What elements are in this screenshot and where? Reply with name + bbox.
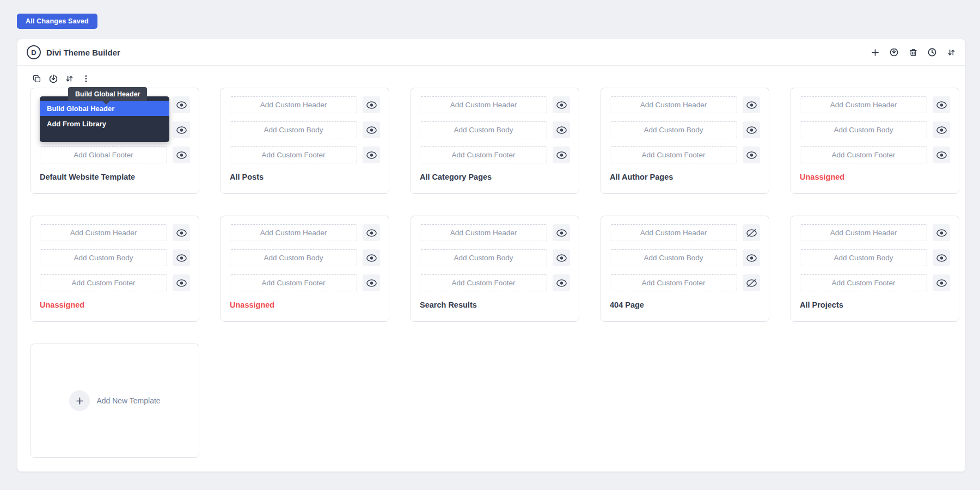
- visibility-toggle-button[interactable]: [933, 121, 950, 138]
- header-actions: [870, 47, 956, 57]
- sort-icon: [947, 48, 956, 57]
- add-header-button[interactable]: Add Custom Header: [610, 96, 737, 113]
- visibility-toggle-button[interactable]: [363, 274, 380, 291]
- add-body-button[interactable]: Add Custom Body: [800, 121, 927, 138]
- visibility-toggle-button[interactable]: [363, 146, 380, 163]
- add-body-button[interactable]: Add Custom Body: [800, 249, 927, 266]
- add-footer-button[interactable]: Add Custom Footer: [420, 274, 547, 291]
- visibility-toggle-button[interactable]: [743, 121, 760, 138]
- template-row-body: Add Custom Body: [40, 249, 190, 266]
- template-card-rows: Add Custom HeaderAdd Custom BodyAdd Cust…: [610, 96, 760, 163]
- template-row-body: Add Custom Body: [230, 249, 380, 266]
- visibility-toggle-button[interactable]: [743, 96, 760, 113]
- duplicate-icon: [32, 74, 41, 83]
- template-row-footer: Add Custom Footer: [610, 146, 760, 163]
- visibility-toggle-button[interactable]: [553, 96, 570, 113]
- add-body-button[interactable]: Add Custom Body: [610, 249, 737, 266]
- visibility-toggle-button[interactable]: [933, 274, 950, 291]
- history-button[interactable]: [927, 47, 937, 57]
- visibility-toggle-button[interactable]: [363, 224, 380, 241]
- visibility-toggle-button[interactable]: [553, 274, 570, 291]
- visibility-toggle-button[interactable]: [933, 96, 950, 113]
- portability-icon: [889, 47, 899, 57]
- template-card-rows: Add Custom HeaderAdd Custom BodyAdd Cust…: [40, 224, 190, 291]
- add-header-button[interactable]: Add Custom Header: [610, 224, 737, 241]
- add-header-button[interactable]: Add Custom Header: [800, 224, 927, 241]
- visibility-toggle-button[interactable]: [743, 224, 760, 241]
- visibility-toggle-button[interactable]: [553, 146, 570, 163]
- add-body-button[interactable]: Add Custom Body: [420, 249, 547, 266]
- template-row-footer: Add Custom Footer: [40, 274, 190, 291]
- add-footer-button[interactable]: Add Custom Footer: [230, 274, 357, 291]
- visibility-toggle-button[interactable]: [933, 146, 950, 163]
- portability-button[interactable]: [889, 47, 899, 57]
- add-header-button[interactable]: Add Custom Header: [800, 96, 927, 113]
- eye-icon: [366, 279, 377, 287]
- template-title: Search Results: [420, 301, 570, 309]
- eye-icon: [176, 254, 187, 262]
- delete-button[interactable]: [908, 47, 918, 57]
- more-options-button[interactable]: [81, 74, 90, 83]
- add-footer-button[interactable]: Add Global Footer: [40, 146, 167, 163]
- template-card: Add Custom HeaderAdd Custom BodyAdd Cust…: [30, 216, 199, 322]
- visibility-toggle-button[interactable]: [173, 146, 190, 163]
- eye-icon: [176, 151, 187, 160]
- visibility-toggle-button[interactable]: [933, 224, 950, 241]
- visibility-toggle-button[interactable]: [173, 121, 190, 138]
- template-card: Add Custom HeaderAdd Custom BodyAdd Cust…: [601, 88, 769, 194]
- add-header-button[interactable]: Add Custom Header: [40, 224, 167, 241]
- visibility-toggle-button[interactable]: [173, 224, 190, 241]
- visibility-toggle-button[interactable]: [553, 249, 570, 266]
- template-card: Add Custom HeaderAdd Custom BodyAdd Cust…: [601, 216, 769, 322]
- template-title: 404 Page: [610, 301, 760, 309]
- visibility-toggle-button[interactable]: [933, 249, 950, 266]
- add-body-button[interactable]: Add Custom Body: [420, 121, 547, 138]
- sort-button[interactable]: [946, 47, 956, 57]
- add-footer-button[interactable]: Add Custom Footer: [610, 146, 737, 163]
- add-footer-button[interactable]: Add Custom Footer: [610, 274, 737, 291]
- eye-icon: [556, 254, 567, 262]
- duplicate-button[interactable]: [32, 74, 41, 83]
- template-row-header: Add Custom Header: [610, 224, 760, 241]
- add-body-button[interactable]: Add Custom Body: [230, 249, 357, 266]
- eye-icon: [176, 126, 187, 134]
- visibility-toggle-button[interactable]: [553, 224, 570, 241]
- add-header-button[interactable]: Add Custom Header: [420, 224, 547, 241]
- add-new-template-card[interactable]: Add New Template: [30, 344, 199, 458]
- eye-icon: [176, 101, 187, 109]
- template-row-header: Add Custom Header: [420, 96, 570, 113]
- add-footer-button[interactable]: Add Custom Footer: [40, 274, 167, 291]
- history-icon: [927, 47, 937, 57]
- new-template-button[interactable]: [870, 47, 880, 57]
- eye-icon: [746, 151, 757, 160]
- add-footer-button[interactable]: Add Custom Footer: [800, 274, 927, 291]
- sort-button[interactable]: [65, 74, 74, 83]
- add-header-button[interactable]: Add Custom Header: [230, 96, 357, 113]
- eye-icon: [936, 151, 947, 160]
- add-from-library-menu-item[interactable]: Add From Library: [40, 116, 169, 131]
- visibility-toggle-button[interactable]: [173, 249, 190, 266]
- visibility-toggle-button[interactable]: [173, 96, 190, 113]
- add-header-button[interactable]: Add Custom Header: [420, 96, 547, 113]
- template-row-header: Add Custom Header: [230, 224, 380, 241]
- visibility-toggle-button[interactable]: [363, 121, 380, 138]
- visibility-toggle-button[interactable]: [363, 249, 380, 266]
- visibility-toggle-button[interactable]: [743, 146, 760, 163]
- eye-icon: [176, 279, 187, 287]
- portability-button[interactable]: [48, 74, 58, 83]
- divi-logo: D: [27, 45, 41, 59]
- add-footer-button[interactable]: Add Custom Footer: [420, 146, 547, 163]
- add-body-button[interactable]: Add Custom Body: [40, 249, 167, 266]
- add-footer-button[interactable]: Add Custom Footer: [800, 146, 927, 163]
- visibility-toggle-button[interactable]: [743, 249, 760, 266]
- add-body-button[interactable]: Add Custom Body: [610, 121, 737, 138]
- visibility-toggle-button[interactable]: [743, 274, 760, 291]
- visibility-toggle-button[interactable]: [363, 96, 380, 113]
- add-new-template-label: Add New Template: [96, 396, 160, 405]
- template-card: Add Custom HeaderAdd Custom BodyAdd Cust…: [791, 216, 959, 322]
- add-body-button[interactable]: Add Custom Body: [230, 121, 357, 138]
- visibility-toggle-button[interactable]: [173, 274, 190, 291]
- visibility-toggle-button[interactable]: [553, 121, 570, 138]
- add-header-button[interactable]: Add Custom Header: [230, 224, 357, 241]
- add-footer-button[interactable]: Add Custom Footer: [230, 146, 357, 163]
